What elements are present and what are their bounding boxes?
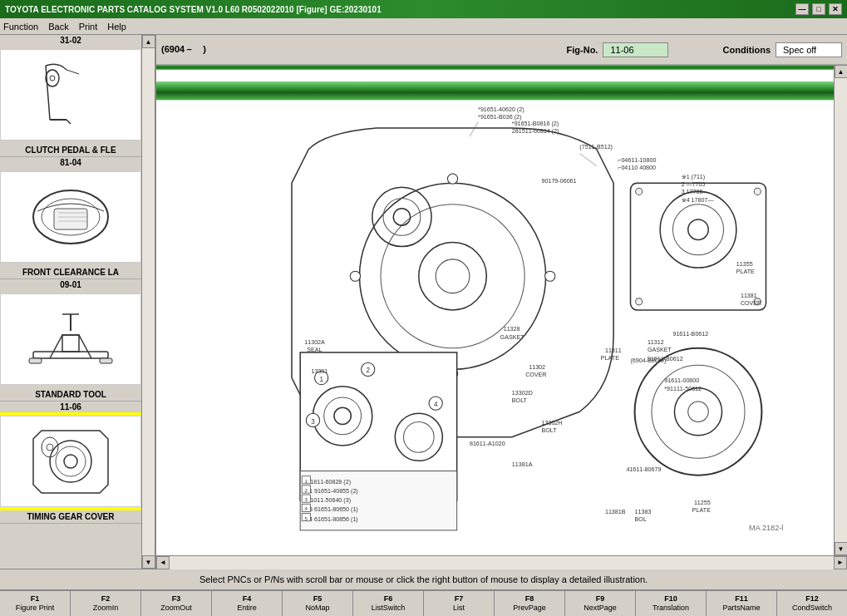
diagram-hscrollbar: ◄ ► bbox=[156, 555, 847, 569]
fkey-f2-label: ZoomIn bbox=[93, 604, 119, 613]
svg-text:81611-A1020: 81611-A1020 bbox=[470, 441, 505, 447]
svg-text:4: 4 bbox=[434, 401, 438, 408]
svg-point-40 bbox=[636, 188, 643, 195]
fkey-f8[interactable]: F8 PrevPage bbox=[495, 591, 565, 616]
svg-text:11302: 11302 bbox=[529, 364, 545, 371]
svg-text:3: 3 bbox=[305, 496, 308, 502]
fkey-f10-num: F10 bbox=[664, 594, 677, 604]
fkey-f10[interactable]: F10 Translation bbox=[636, 591, 707, 616]
fkey-f3-label: ZoomOut bbox=[160, 604, 192, 613]
svg-text:11311: 11311 bbox=[605, 347, 622, 354]
svg-text:3: 3 bbox=[311, 418, 315, 426]
svg-text:2    —7705: 2 —7705 bbox=[682, 181, 706, 188]
part-item-31-02[interactable]: 31-02 CLUTCH PEDAL & F bbox=[0, 35, 141, 157]
fkey-f9[interactable]: F9 NextPage bbox=[565, 591, 636, 616]
menu-function[interactable]: Function bbox=[3, 22, 38, 32]
part-num-31-02: 31-02 bbox=[0, 35, 141, 46]
minimize-button[interactable]: — bbox=[795, 3, 809, 15]
svg-text:PLATE: PLATE bbox=[601, 355, 619, 362]
svg-text:COVER: COVER bbox=[525, 372, 546, 378]
menu-print[interactable]: Print bbox=[79, 22, 98, 32]
part-label-09-01: STANDARD TOOL bbox=[0, 388, 141, 401]
svg-text:⌐04110 40800: ⌐04110 40800 bbox=[618, 165, 656, 171]
left-panel-scrollbar: ▲ ▼ bbox=[141, 35, 155, 569]
menu-help[interactable]: Help bbox=[107, 22, 126, 32]
svg-point-22 bbox=[47, 444, 53, 451]
fkey-f11-label: PartsName bbox=[722, 604, 760, 613]
svg-rect-8 bbox=[54, 209, 87, 229]
svg-text:13381: 13381 bbox=[311, 368, 327, 375]
fig-no-value: 11-06 bbox=[603, 42, 667, 57]
parts-list[interactable]: 31-02 CLUTCH PEDAL & F bbox=[0, 35, 141, 569]
part-num-11-06: 11-06 bbox=[0, 402, 141, 412]
svg-text:(7511-B512): (7511-B512) bbox=[579, 144, 613, 150]
fkey-f4[interactable]: F4 Entire bbox=[212, 591, 283, 616]
part-item-09-01[interactable]: 09-01 STANDARD TOOL bbox=[0, 279, 141, 402]
fkey-f11[interactable]: F11 PartsName bbox=[707, 591, 777, 616]
svg-text:*3 61651-80650 (1): *3 61651-80650 (1) bbox=[307, 506, 357, 513]
menu-bar: Function Back Print Help bbox=[0, 18, 847, 35]
diagram-area[interactable]: 1 2 3 4 *91651-40620 (2) *91651-B036 (2)… bbox=[156, 65, 834, 555]
left-scroll-down[interactable]: ▼ bbox=[142, 555, 155, 569]
fkey-f7-num: F7 bbox=[455, 594, 464, 604]
part-img-81-04 bbox=[0, 171, 141, 263]
svg-text:91611-B0612: 91611-B0612 bbox=[648, 356, 683, 362]
part-label-31-02: CLUTCH PEDAL & FLE bbox=[0, 144, 141, 156]
vscroll-up-button[interactable]: ▲ bbox=[835, 65, 848, 78]
fkey-f3[interactable]: F3 ZoomOut bbox=[141, 591, 212, 616]
svg-text:11302A: 11302A bbox=[304, 339, 325, 346]
status-text: Select PNCs or P/Ns with scroll bar or m… bbox=[199, 574, 648, 584]
fkey-f10-label: Translation bbox=[652, 604, 689, 613]
svg-text:SEAL: SEAL bbox=[307, 347, 322, 353]
fkey-f9-num: F9 bbox=[596, 594, 605, 604]
fkey-f1-num: F1 bbox=[31, 594, 40, 604]
svg-text:1: 1 bbox=[319, 376, 323, 383]
fkey-f2[interactable]: F2 ZoomIn bbox=[71, 591, 141, 616]
svg-text:13302D: 13302D bbox=[512, 390, 533, 397]
window-controls: — □ ✕ bbox=[795, 3, 842, 15]
fkey-f12[interactable]: F12 CondSwitch bbox=[777, 591, 847, 616]
diagram-caption: (6904－ ) bbox=[161, 43, 206, 56]
svg-line-2 bbox=[66, 120, 71, 124]
svg-point-5 bbox=[50, 76, 55, 81]
svg-text:5: 5 bbox=[305, 515, 308, 521]
hscroll-left-button[interactable]: ◄ bbox=[156, 556, 170, 569]
fkey-f7[interactable]: F7 List bbox=[424, 591, 495, 616]
part-num-81-04: 81-04 bbox=[0, 157, 141, 168]
function-keys-bar: F1 Figure Print F2 ZoomIn F3 ZoomOut F4 … bbox=[0, 589, 847, 616]
maximize-button[interactable]: □ bbox=[812, 3, 825, 15]
left-scroll-track[interactable] bbox=[142, 48, 155, 555]
svg-text:*1 91651-40855 (2): *1 91651-40855 (2) bbox=[307, 488, 357, 495]
vscroll-down-button[interactable]: ▼ bbox=[835, 542, 848, 555]
hscroll-right-button[interactable]: ► bbox=[834, 556, 847, 569]
svg-text:41611-80679: 41611-80679 bbox=[626, 466, 661, 473]
svg-text:3 17706—: 3 17706— bbox=[682, 189, 710, 195]
fkey-f5[interactable]: F5 NoMap bbox=[283, 591, 353, 616]
svg-text:11255: 11255 bbox=[694, 500, 711, 506]
fkey-f1[interactable]: F1 Figure Print bbox=[0, 591, 71, 616]
fkey-f6[interactable]: F6 ListSwitch bbox=[353, 591, 424, 616]
svg-text:11355: 11355 bbox=[736, 261, 753, 268]
hscroll-track[interactable] bbox=[170, 556, 834, 569]
part-img-31-02 bbox=[0, 49, 141, 140]
svg-text:91011-50640 (3): 91011-50640 (3) bbox=[307, 497, 351, 504]
status-bar: Select PNCs or P/Ns with scroll bar or m… bbox=[0, 569, 847, 589]
svg-text:11381A: 11381A bbox=[512, 461, 533, 468]
svg-text:GASKET: GASKET bbox=[500, 334, 525, 341]
svg-text:*91651-B036 (2): *91651-B036 (2) bbox=[478, 114, 521, 121]
left-panel: 31-02 CLUTCH PEDAL & F bbox=[0, 35, 156, 569]
svg-text:2: 2 bbox=[366, 367, 370, 374]
svg-text:*91651-B0816 (2): *91651-B0816 (2) bbox=[512, 121, 559, 127]
left-scroll-up[interactable]: ▲ bbox=[142, 35, 155, 48]
svg-text:⌐04611-10800: ⌐04611-10800 bbox=[618, 157, 656, 164]
close-button[interactable]: ✕ bbox=[829, 3, 842, 15]
part-img-09-01 bbox=[0, 293, 141, 385]
top-info-bar: (6904－ ) Fig-No. 11-06 Conditions Spec o… bbox=[156, 35, 847, 65]
menu-back[interactable]: Back bbox=[48, 22, 68, 32]
part-item-81-04[interactable]: 81-04 FRONT CLEARANCE bbox=[0, 157, 141, 279]
vscroll-track[interactable] bbox=[835, 78, 848, 542]
svg-line-4 bbox=[66, 70, 79, 74]
fkey-f4-label: Entire bbox=[237, 604, 257, 613]
svg-text:BOL: BOL bbox=[635, 516, 647, 523]
part-item-11-06[interactable]: 11-06 TIMING GEAR COVER bbox=[0, 402, 141, 524]
